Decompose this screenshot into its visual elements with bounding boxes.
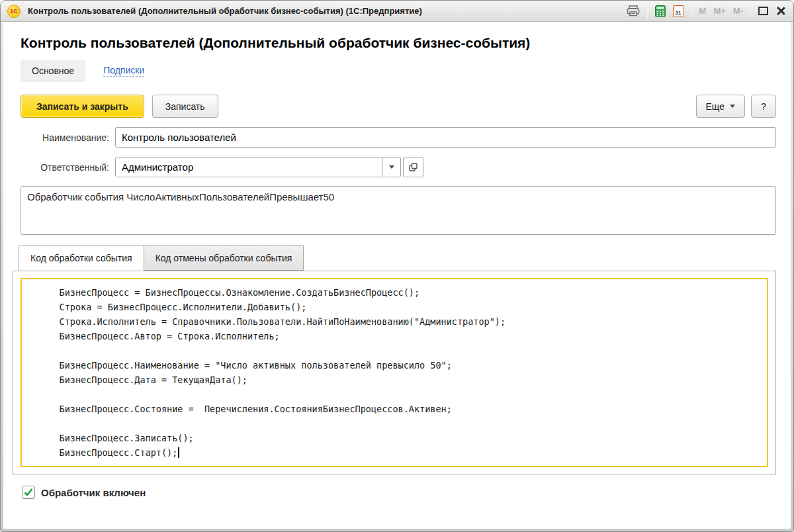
code-line: БизнесПроцесс.Состояние = Перечисления.С… — [38, 402, 762, 416]
code-line — [38, 343, 762, 358]
handler-enabled-row: Обработчик включен — [22, 486, 776, 499]
tab-event-code[interactable]: Код обработки события — [19, 245, 144, 271]
nav-item-subscriptions[interactable]: Подписки — [103, 65, 144, 77]
description-textarea[interactable]: Обработчик события ЧислоАктивныхПользова… — [21, 186, 776, 235]
titlebar-icons: 31 M M+ M- — [627, 4, 785, 19]
name-field-row: Наименование: — [21, 127, 776, 148]
calculator-icon[interactable] — [655, 5, 666, 17]
maximize-icon — [758, 7, 768, 15]
chevron-down-icon — [389, 165, 394, 169]
memory-add-button[interactable]: M+ — [713, 6, 725, 16]
help-button[interactable]: ? — [751, 95, 776, 118]
code-line: БизнесПроцесс.Записать(); — [38, 431, 762, 445]
calendar-icon-day: 31 — [676, 9, 682, 17]
responsible-dropdown-button[interactable] — [382, 157, 400, 177]
app-window: 1С Контроль пользователей (Дополнительны… — [0, 0, 794, 532]
chevron-down-icon — [730, 105, 735, 108]
nav-item-main[interactable]: Основное — [21, 60, 85, 82]
responsible-combo — [115, 157, 401, 177]
memory-subtract-button[interactable]: M- — [733, 6, 743, 16]
name-input[interactable] — [115, 127, 776, 148]
maximize-button[interactable] — [758, 7, 768, 15]
command-bar-right: Еще ? — [696, 95, 777, 118]
code-tabs: Код обработки события Код отмены обработ… — [13, 245, 776, 271]
code-tab-panel: БизнесПроцесс = БизнесПроцессы.Ознакомле… — [13, 271, 776, 474]
calendar-icon[interactable]: 31 — [673, 5, 684, 17]
tab-cancel-event-code[interactable]: Код отмены обработки события — [144, 245, 304, 271]
code-line: Строка.Исполнитель = Справочники.Пользов… — [38, 314, 762, 329]
titlebar-separator — [750, 4, 751, 19]
handler-enabled-label[interactable]: Обработчик включен — [41, 487, 146, 498]
1c-logo-icon: 1С — [7, 5, 21, 18]
code-line: БизнесПроцесс.Дата = ТекущаяДата(); — [38, 373, 762, 387]
memory-recall-button[interactable]: M — [699, 6, 707, 16]
titlebar-separator — [647, 4, 648, 19]
save-button[interactable]: Записать — [152, 95, 218, 118]
close-icon — [775, 6, 785, 16]
code-line: БизнесПроцесс = БизнесПроцессы.Ознакомле… — [38, 285, 762, 300]
titlebar-separator — [691, 4, 692, 19]
responsible-open-button[interactable] — [403, 157, 423, 177]
responsible-field-row: Ответственный: — [21, 157, 776, 177]
titlebar: 1С Контроль пользователей (Дополнительны… — [1, 1, 793, 22]
nav-panel: Основное Подписки — [21, 60, 776, 82]
save-and-close-button[interactable]: Записать и закрыть — [21, 95, 144, 118]
code-line: БизнесПроцесс.Старт(); — [38, 445, 762, 460]
code-line: БизнесПроцесс.Автор = Строка.Исполнитель… — [38, 329, 762, 343]
code-line: БизнесПроцесс.Наименование = "Число акти… — [38, 358, 762, 373]
code-line — [38, 387, 762, 402]
code-editor[interactable]: БизнесПроцесс = БизнесПроцессы.Ознакомле… — [21, 278, 768, 467]
responsible-field-label: Ответственный: — [21, 162, 109, 173]
page-title: Контроль пользователей (Дополнительный о… — [21, 35, 776, 51]
form-content: Контроль пользователей (Дополнительный о… — [3, 22, 791, 529]
open-link-icon — [409, 163, 418, 171]
handler-enabled-checkbox[interactable] — [22, 486, 35, 499]
responsible-input[interactable] — [116, 157, 382, 177]
code-line: Строка = БизнесПроцесс.Исполнители.Добав… — [38, 300, 762, 314]
close-button[interactable] — [775, 6, 785, 16]
command-bar: Записать и закрыть Записать Еще ? — [21, 95, 776, 118]
print-icon[interactable] — [627, 5, 640, 17]
window-title: Контроль пользователей (Дополнительный о… — [28, 6, 627, 16]
checkmark-icon — [24, 488, 33, 496]
more-button-label: Еще — [706, 101, 725, 112]
name-field-label: Наименование: — [21, 132, 109, 143]
more-button[interactable]: Еще — [696, 95, 746, 118]
code-line — [38, 416, 762, 431]
